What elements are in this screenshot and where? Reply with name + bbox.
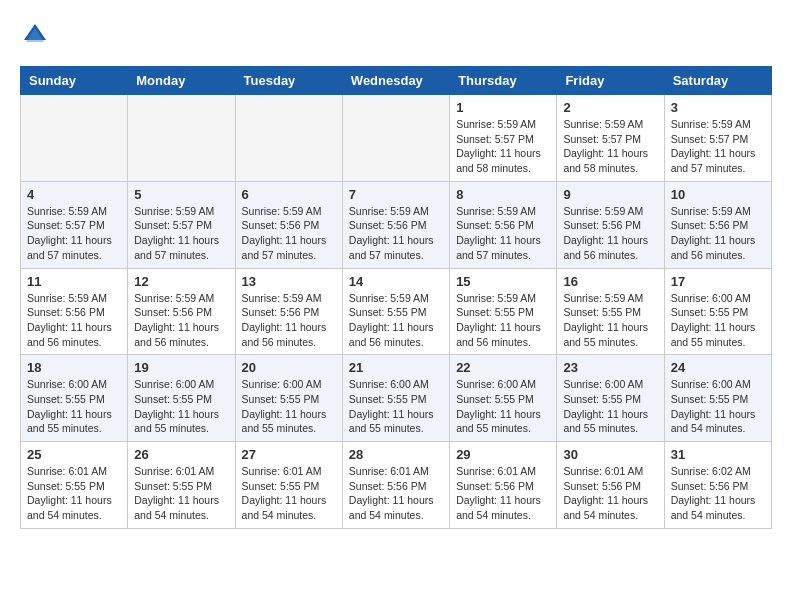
day-number: 14 <box>349 274 443 289</box>
day-info: Sunrise: 5:59 AMSunset: 5:56 PMDaylight:… <box>242 291 336 350</box>
calendar-table: SundayMondayTuesdayWednesdayThursdayFrid… <box>20 66 772 529</box>
calendar-cell: 11Sunrise: 5:59 AMSunset: 5:56 PMDayligh… <box>21 268 128 355</box>
day-number: 24 <box>671 360 765 375</box>
day-number: 13 <box>242 274 336 289</box>
logo-icon <box>20 20 50 50</box>
day-info: Sunrise: 5:59 AMSunset: 5:57 PMDaylight:… <box>671 117 765 176</box>
day-number: 22 <box>456 360 550 375</box>
day-info: Sunrise: 5:59 AMSunset: 5:56 PMDaylight:… <box>563 204 657 263</box>
calendar-cell: 4Sunrise: 5:59 AMSunset: 5:57 PMDaylight… <box>21 181 128 268</box>
day-number: 23 <box>563 360 657 375</box>
day-number: 21 <box>349 360 443 375</box>
week-row-5: 25Sunrise: 6:01 AMSunset: 5:55 PMDayligh… <box>21 442 772 529</box>
calendar-cell <box>128 95 235 182</box>
weekday-monday: Monday <box>128 67 235 95</box>
calendar-cell: 13Sunrise: 5:59 AMSunset: 5:56 PMDayligh… <box>235 268 342 355</box>
day-number: 1 <box>456 100 550 115</box>
calendar-cell: 31Sunrise: 6:02 AMSunset: 5:56 PMDayligh… <box>664 442 771 529</box>
day-number: 11 <box>27 274 121 289</box>
calendar-cell: 12Sunrise: 5:59 AMSunset: 5:56 PMDayligh… <box>128 268 235 355</box>
day-info: Sunrise: 6:01 AMSunset: 5:56 PMDaylight:… <box>349 464 443 523</box>
day-info: Sunrise: 6:02 AMSunset: 5:56 PMDaylight:… <box>671 464 765 523</box>
calendar-cell: 17Sunrise: 6:00 AMSunset: 5:55 PMDayligh… <box>664 268 771 355</box>
day-info: Sunrise: 6:00 AMSunset: 5:55 PMDaylight:… <box>671 291 765 350</box>
day-info: Sunrise: 6:01 AMSunset: 5:55 PMDaylight:… <box>134 464 228 523</box>
day-info: Sunrise: 5:59 AMSunset: 5:57 PMDaylight:… <box>27 204 121 263</box>
day-number: 10 <box>671 187 765 202</box>
day-number: 31 <box>671 447 765 462</box>
day-info: Sunrise: 5:59 AMSunset: 5:56 PMDaylight:… <box>134 291 228 350</box>
calendar-cell: 29Sunrise: 6:01 AMSunset: 5:56 PMDayligh… <box>450 442 557 529</box>
day-info: Sunrise: 6:01 AMSunset: 5:56 PMDaylight:… <box>456 464 550 523</box>
calendar-cell: 22Sunrise: 6:00 AMSunset: 5:55 PMDayligh… <box>450 355 557 442</box>
day-number: 17 <box>671 274 765 289</box>
day-number: 3 <box>671 100 765 115</box>
calendar-cell: 20Sunrise: 6:00 AMSunset: 5:55 PMDayligh… <box>235 355 342 442</box>
calendar-cell: 3Sunrise: 5:59 AMSunset: 5:57 PMDaylight… <box>664 95 771 182</box>
day-number: 30 <box>563 447 657 462</box>
day-info: Sunrise: 5:59 AMSunset: 5:56 PMDaylight:… <box>349 204 443 263</box>
day-number: 25 <box>27 447 121 462</box>
weekday-thursday: Thursday <box>450 67 557 95</box>
calendar-cell <box>235 95 342 182</box>
day-info: Sunrise: 5:59 AMSunset: 5:57 PMDaylight:… <box>456 117 550 176</box>
week-row-4: 18Sunrise: 6:00 AMSunset: 5:55 PMDayligh… <box>21 355 772 442</box>
day-info: Sunrise: 5:59 AMSunset: 5:57 PMDaylight:… <box>134 204 228 263</box>
day-info: Sunrise: 6:00 AMSunset: 5:55 PMDaylight:… <box>456 377 550 436</box>
calendar-cell: 24Sunrise: 6:00 AMSunset: 5:55 PMDayligh… <box>664 355 771 442</box>
calendar-cell: 14Sunrise: 5:59 AMSunset: 5:55 PMDayligh… <box>342 268 449 355</box>
calendar-cell: 30Sunrise: 6:01 AMSunset: 5:56 PMDayligh… <box>557 442 664 529</box>
day-info: Sunrise: 6:01 AMSunset: 5:56 PMDaylight:… <box>563 464 657 523</box>
day-info: Sunrise: 6:00 AMSunset: 5:55 PMDaylight:… <box>671 377 765 436</box>
calendar-cell <box>342 95 449 182</box>
day-number: 8 <box>456 187 550 202</box>
day-info: Sunrise: 5:59 AMSunset: 5:57 PMDaylight:… <box>563 117 657 176</box>
calendar-cell: 27Sunrise: 6:01 AMSunset: 5:55 PMDayligh… <box>235 442 342 529</box>
calendar-cell: 7Sunrise: 5:59 AMSunset: 5:56 PMDaylight… <box>342 181 449 268</box>
weekday-wednesday: Wednesday <box>342 67 449 95</box>
day-number: 18 <box>27 360 121 375</box>
day-number: 27 <box>242 447 336 462</box>
day-number: 26 <box>134 447 228 462</box>
day-info: Sunrise: 5:59 AMSunset: 5:55 PMDaylight:… <box>349 291 443 350</box>
calendar-cell: 16Sunrise: 5:59 AMSunset: 5:55 PMDayligh… <box>557 268 664 355</box>
day-info: Sunrise: 5:59 AMSunset: 5:56 PMDaylight:… <box>456 204 550 263</box>
day-number: 15 <box>456 274 550 289</box>
week-row-3: 11Sunrise: 5:59 AMSunset: 5:56 PMDayligh… <box>21 268 772 355</box>
calendar-cell: 5Sunrise: 5:59 AMSunset: 5:57 PMDaylight… <box>128 181 235 268</box>
calendar-cell: 28Sunrise: 6:01 AMSunset: 5:56 PMDayligh… <box>342 442 449 529</box>
calendar-cell: 9Sunrise: 5:59 AMSunset: 5:56 PMDaylight… <box>557 181 664 268</box>
calendar-cell: 26Sunrise: 6:01 AMSunset: 5:55 PMDayligh… <box>128 442 235 529</box>
day-number: 7 <box>349 187 443 202</box>
day-number: 29 <box>456 447 550 462</box>
day-info: Sunrise: 5:59 AMSunset: 5:56 PMDaylight:… <box>27 291 121 350</box>
calendar-cell: 18Sunrise: 6:00 AMSunset: 5:55 PMDayligh… <box>21 355 128 442</box>
day-info: Sunrise: 6:00 AMSunset: 5:55 PMDaylight:… <box>27 377 121 436</box>
calendar-cell: 19Sunrise: 6:00 AMSunset: 5:55 PMDayligh… <box>128 355 235 442</box>
calendar-cell: 8Sunrise: 5:59 AMSunset: 5:56 PMDaylight… <box>450 181 557 268</box>
page-header <box>20 20 772 50</box>
calendar-cell: 10Sunrise: 5:59 AMSunset: 5:56 PMDayligh… <box>664 181 771 268</box>
day-number: 19 <box>134 360 228 375</box>
day-info: Sunrise: 6:00 AMSunset: 5:55 PMDaylight:… <box>242 377 336 436</box>
day-number: 9 <box>563 187 657 202</box>
calendar-cell: 25Sunrise: 6:01 AMSunset: 5:55 PMDayligh… <box>21 442 128 529</box>
weekday-header-row: SundayMondayTuesdayWednesdayThursdayFrid… <box>21 67 772 95</box>
week-row-2: 4Sunrise: 5:59 AMSunset: 5:57 PMDaylight… <box>21 181 772 268</box>
calendar-cell: 1Sunrise: 5:59 AMSunset: 5:57 PMDaylight… <box>450 95 557 182</box>
day-number: 5 <box>134 187 228 202</box>
calendar-cell <box>21 95 128 182</box>
weekday-sunday: Sunday <box>21 67 128 95</box>
day-info: Sunrise: 6:01 AMSunset: 5:55 PMDaylight:… <box>27 464 121 523</box>
day-number: 12 <box>134 274 228 289</box>
day-info: Sunrise: 5:59 AMSunset: 5:56 PMDaylight:… <box>242 204 336 263</box>
day-number: 28 <box>349 447 443 462</box>
calendar-cell: 15Sunrise: 5:59 AMSunset: 5:55 PMDayligh… <box>450 268 557 355</box>
week-row-1: 1Sunrise: 5:59 AMSunset: 5:57 PMDaylight… <box>21 95 772 182</box>
weekday-friday: Friday <box>557 67 664 95</box>
day-info: Sunrise: 6:00 AMSunset: 5:55 PMDaylight:… <box>349 377 443 436</box>
day-number: 20 <box>242 360 336 375</box>
calendar-cell: 2Sunrise: 5:59 AMSunset: 5:57 PMDaylight… <box>557 95 664 182</box>
day-info: Sunrise: 5:59 AMSunset: 5:55 PMDaylight:… <box>456 291 550 350</box>
day-info: Sunrise: 5:59 AMSunset: 5:56 PMDaylight:… <box>671 204 765 263</box>
